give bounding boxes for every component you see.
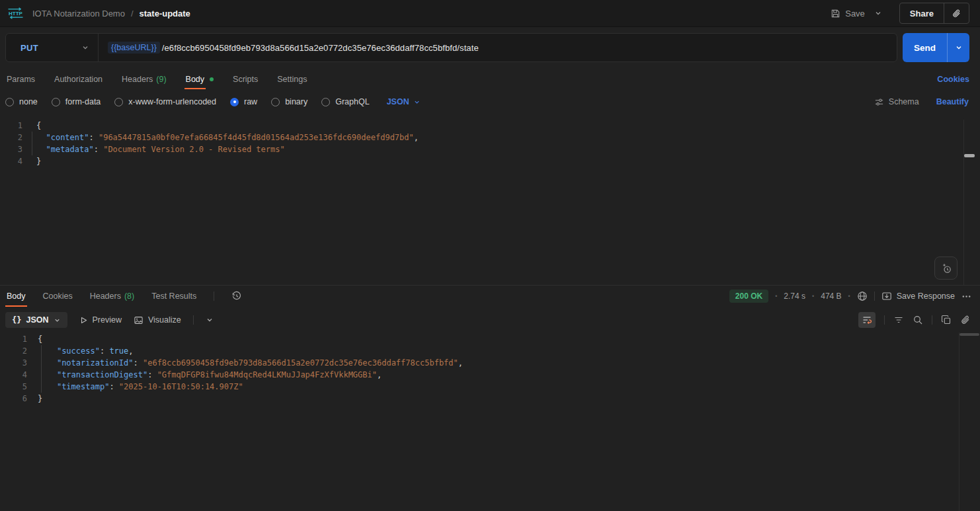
wrap-text-button[interactable] [858, 312, 876, 328]
image-icon [134, 315, 143, 325]
preview-button[interactable]: Preview [79, 315, 122, 325]
radio-none[interactable] [5, 98, 14, 106]
link-icon[interactable] [960, 315, 971, 325]
braces-icon: {} [12, 315, 21, 325]
response-scrollbar-track [959, 333, 960, 511]
schema-sliders-icon [874, 97, 884, 107]
method-chevron-icon [81, 44, 89, 52]
share-button[interactable]: Share [900, 9, 944, 19]
body-language-selector[interactable]: JSON [387, 97, 421, 106]
app-window: HTTP IOTA Notarization Demo / state-upda… [0, 0, 980, 511]
response-tab-body[interactable]: Body [7, 286, 26, 307]
response-meta-divider [874, 292, 875, 301]
breadcrumb-separator: / [131, 9, 134, 19]
status-badge[interactable]: 200 OK [729, 290, 768, 303]
headers-count-badge: (9) [156, 75, 166, 84]
mode-x-www-form-urlencoded[interactable]: x-www-form-urlencoded [114, 97, 216, 106]
response-tabs: Body Cookies Headers(8) Test Results 200… [0, 286, 980, 307]
tab-params[interactable]: Params [7, 69, 35, 89]
code-line: 5 "timestamp": "2025-10-16T10:50:14.907Z… [0, 381, 954, 393]
response-tabs-divider [214, 292, 214, 301]
share-button-group: Share [899, 3, 969, 24]
toolbar-right-divider [884, 315, 885, 325]
code-line: 4 "transactionDigest": "GfmqDFGP8ifwu84M… [0, 369, 954, 381]
toolbar-chevron-icon[interactable] [206, 316, 214, 324]
radio-form-data[interactable] [52, 98, 60, 106]
tab-settings[interactable]: Settings [277, 69, 307, 89]
http-request-icon: HTTP [7, 7, 24, 19]
visualize-button[interactable]: Visualize [134, 315, 181, 325]
response-tab-cookies[interactable]: Cookies [43, 286, 73, 307]
copy-link-icon[interactable] [944, 9, 969, 19]
save-icon [831, 9, 840, 19]
method-selector[interactable]: PUT [6, 43, 98, 53]
tab-scripts[interactable]: Scripts [233, 69, 258, 89]
response-body-viewer: 1{2 "success": true,3 "notarizationId": … [0, 333, 954, 405]
copy-icon[interactable] [941, 315, 952, 325]
toolbar-right-divider2 [932, 315, 932, 325]
response-toolbar-right [858, 312, 971, 328]
response-toolbar: {} JSON Preview Visualize [0, 309, 980, 331]
search-icon[interactable] [913, 315, 923, 325]
code-line: 3 "metadata": "Document Version 2.0 - Re… [0, 143, 954, 155]
code-line: 1{ [0, 333, 954, 345]
response-indent-guide [41, 345, 42, 393]
request-editor-scrollbar-track [963, 120, 964, 285]
request-editor-scrollbar-thumb[interactable] [964, 154, 975, 157]
radio-x-www-form-urlencoded[interactable] [114, 98, 123, 106]
url-input[interactable]: {{baseURL}} /e6f8ccb6950458fd9eb793d8a56… [99, 42, 897, 54]
response-format-dropdown[interactable]: {} JSON [5, 312, 67, 328]
save-label: Save [845, 9, 865, 19]
method-label: PUT [20, 43, 38, 53]
response-size[interactable]: 474 B [821, 292, 841, 301]
top-bar: HTTP IOTA Notarization Demo / state-upda… [0, 0, 980, 27]
mode-form-data[interactable]: form-data [52, 97, 101, 106]
tab-authorization[interactable]: Authorization [54, 69, 102, 89]
url-box: PUT {{baseURL}} /e6f8ccb6950458fd9eb793d… [5, 33, 897, 62]
save-button[interactable]: Save [831, 9, 865, 19]
mode-binary[interactable]: binary [271, 97, 307, 106]
filter-icon[interactable] [893, 315, 904, 325]
request-url-row: PUT {{baseURL}} /e6f8ccb6950458fd9eb793d… [0, 32, 980, 63]
response-scrollbar-thumb[interactable] [960, 333, 979, 336]
more-options-icon[interactable] [961, 292, 971, 301]
mode-graphql[interactable]: GraphQL [321, 97, 369, 106]
cookies-link[interactable]: Cookies [937, 75, 969, 84]
response-meta: 200 OK • 2.74 s • 474 B • Save Response [729, 290, 971, 303]
play-icon [79, 316, 88, 325]
response-history-icon[interactable] [231, 291, 242, 301]
response-tab-test-results[interactable]: Test Results [151, 286, 196, 307]
radio-graphql[interactable] [321, 98, 330, 106]
mode-raw[interactable]: raw [230, 97, 257, 106]
breadcrumb-request-name[interactable]: state-update [140, 9, 190, 19]
breadcrumb-collection[interactable]: IOTA Notarization Demo [32, 9, 125, 19]
code-line: 3 "notarizationId": "e6f8ccb6950458fd9eb… [0, 357, 954, 369]
response-time[interactable]: 2.74 s [784, 292, 805, 301]
radio-raw-selected[interactable] [230, 98, 239, 106]
network-globe-icon[interactable] [857, 291, 868, 301]
send-button[interactable]: Send [903, 33, 947, 62]
code-line: 4} [0, 155, 954, 167]
tab-body[interactable]: Body [186, 69, 214, 89]
tab-headers[interactable]: Headers(9) [122, 69, 167, 89]
postbot-button[interactable] [934, 256, 958, 280]
svg-text:HTTP: HTTP [9, 11, 23, 17]
url-path: /e6f8ccb6950458fd9eb793d8a566d15a2e0772d… [162, 43, 479, 53]
save-response-button[interactable]: Save Response [881, 291, 955, 301]
code-line: 1{ [0, 120, 954, 132]
schema-button[interactable]: Schema [874, 97, 919, 107]
mode-none[interactable]: none [5, 97, 38, 106]
body-mode-right-actions: Schema Beautify [874, 97, 969, 107]
save-options-chevron-icon[interactable] [874, 9, 882, 17]
request-body-editor[interactable]: 1{2 "content": "96a5447815a0bf0e7efa6684… [0, 120, 954, 167]
topbar-actions: Save Share [831, 3, 969, 24]
response-tab-headers[interactable]: Headers(8) [90, 286, 135, 307]
radio-binary[interactable] [271, 98, 280, 106]
body-modified-dot [210, 77, 214, 81]
request-tabs: Params Authorization Headers(9) Body Scr… [0, 69, 980, 89]
send-options-button[interactable] [947, 33, 969, 62]
response-headers-count-badge: (8) [124, 292, 134, 301]
baseurl-variable-chip[interactable]: {{baseURL}} [108, 42, 160, 54]
code-line: 2 "content": "96a5447815a0bf0e7efa66845f… [0, 132, 954, 143]
beautify-button[interactable]: Beautify [936, 97, 969, 106]
